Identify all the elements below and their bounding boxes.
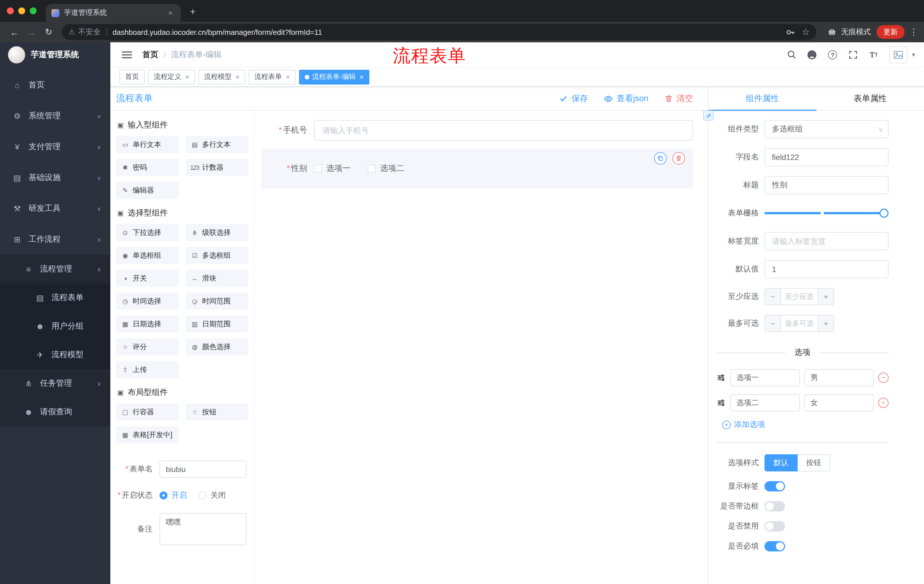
style-button-button[interactable]: 按钮	[798, 454, 830, 471]
palette-item-slider[interactable]: ↔滑块	[186, 270, 248, 287]
palette-item-single-text[interactable]: ▭单行文本	[116, 136, 179, 153]
style-default-button[interactable]: 默认	[764, 454, 798, 471]
checkbox-icon[interactable]	[368, 165, 376, 173]
max-select-input[interactable]	[781, 316, 818, 331]
option-value-input[interactable]	[804, 394, 874, 411]
sidebar-item-system[interactable]: ⚙ 系统管理 ∨	[0, 100, 111, 132]
palette-item-counter[interactable]: 123计数器	[186, 159, 248, 176]
sidebar-item-process-form[interactable]: ▤ 流程表单	[0, 283, 111, 312]
back-button[interactable]: ←	[6, 23, 23, 41]
add-option-button[interactable]: + 添加选项	[722, 419, 889, 430]
palette-item-cascader[interactable]: ⋔级联选择	[186, 224, 248, 241]
field-name-input[interactable]	[764, 148, 889, 166]
tab-form-props[interactable]: 表单属性	[816, 87, 924, 110]
url-text[interactable]: dashboard.yudao.iocoder.cn/bpm/manager/f…	[113, 28, 779, 36]
option-label-input[interactable]	[730, 394, 800, 411]
tag-home[interactable]: 首页	[119, 69, 145, 84]
show-label-toggle[interactable]	[764, 481, 785, 492]
palette-item-date-picker[interactable]: ▦日期选择	[116, 316, 179, 332]
user-avatar[interactable]	[889, 46, 908, 63]
palette-item-button[interactable]: ☝按钮	[186, 403, 248, 421]
window-zoom-button[interactable]	[30, 7, 36, 14]
palette-item-date-range[interactable]: ▥日期范围	[186, 316, 248, 332]
palette-item-checkbox-group[interactable]: ☑多选框组	[186, 247, 248, 264]
tag-process-definition[interactable]: 流程定义 ×	[148, 69, 195, 84]
fullscreen-icon[interactable]	[847, 48, 860, 61]
radio-open[interactable]: 开启	[160, 490, 187, 500]
decrement-button[interactable]: −	[765, 289, 781, 304]
remove-option-button[interactable]: −	[878, 373, 889, 383]
min-select-input[interactable]	[781, 289, 818, 304]
sidebar-item-payment[interactable]: ¥ 支付管理 ∨	[0, 132, 111, 162]
option-label-input[interactable]	[730, 369, 800, 386]
sidebar-item-leave-query[interactable]: ☻ 请假查询	[0, 398, 111, 426]
sidebar-item-workflow[interactable]: ⊞ 工作流程 ∧	[0, 224, 111, 255]
bookmark-star-icon[interactable]: ☆	[802, 27, 810, 37]
palette-item-editor[interactable]: ✎编辑器	[116, 182, 179, 199]
title-input[interactable]	[764, 176, 889, 194]
window-close-button[interactable]	[7, 7, 14, 14]
increment-button[interactable]: +	[818, 289, 834, 304]
remark-textarea[interactable]	[160, 513, 246, 545]
font-size-icon[interactable]: TT	[867, 48, 880, 61]
breadcrumb-home[interactable]: 首页	[142, 49, 158, 60]
reload-button[interactable]: ↻	[40, 23, 57, 41]
delete-component-button[interactable]	[672, 152, 685, 165]
update-button[interactable]: 更新	[876, 25, 904, 39]
save-button[interactable]: 保存	[559, 93, 588, 104]
sidebar-item-user-group[interactable]: ☻ 用户分组	[0, 312, 111, 341]
selected-component-gender[interactable]: *性别 选项一 选项二	[261, 148, 693, 189]
copy-component-button[interactable]	[654, 152, 667, 165]
default-value-input[interactable]	[764, 260, 889, 278]
component-type-select[interactable]: 多选框组 ∨	[764, 120, 889, 138]
help-icon[interactable]: ?	[826, 48, 839, 61]
avatar-caret-icon[interactable]: ▼	[911, 52, 916, 58]
palette-item-select[interactable]: ⊙下拉选择	[116, 224, 179, 241]
required-toggle[interactable]	[764, 541, 785, 551]
tab-close-icon[interactable]: ×	[166, 8, 175, 17]
tab-component-props[interactable]: 组件属性	[708, 87, 816, 110]
sidebar-item-home[interactable]: ⌂ 首页	[0, 70, 111, 100]
phone-input[interactable]	[314, 120, 693, 141]
clear-button[interactable]: 清空	[664, 93, 693, 104]
sidebar-item-infra[interactable]: ▤ 基础设施 ∨	[0, 162, 111, 193]
palette-item-row-container[interactable]: ▢行容器	[116, 403, 179, 421]
palette-item-textarea[interactable]: ▤多行文本	[186, 136, 248, 153]
window-minimize-button[interactable]	[18, 7, 25, 14]
border-toggle[interactable]	[764, 501, 785, 512]
github-icon[interactable]	[806, 48, 818, 61]
palette-item-password[interactable]: ✱密码	[116, 159, 179, 176]
palette-item-radio-group[interactable]: ◉单选框组	[116, 247, 179, 264]
palette-item-upload[interactable]: ⇧上传	[116, 361, 179, 378]
checkbox-option-2[interactable]: 选项二	[368, 163, 404, 174]
sidebar-item-devtools[interactable]: ⚒ 研发工具 ∨	[0, 193, 111, 224]
sidebar-toggle-icon[interactable]	[122, 51, 132, 58]
tag-process-form-edit[interactable]: 流程表单-编辑 ×	[299, 69, 370, 84]
remove-option-button[interactable]: −	[878, 398, 889, 408]
form-name-input[interactable]	[160, 461, 246, 478]
password-key-icon[interactable]	[785, 27, 795, 37]
new-tab-button[interactable]: +	[185, 5, 200, 20]
tag-process-model[interactable]: 流程模型 ×	[198, 69, 245, 84]
tag-close-icon[interactable]: ×	[360, 73, 364, 81]
view-json-button[interactable]: 查看json	[604, 93, 648, 104]
palette-item-color-picker[interactable]: ◍颜色选择	[186, 338, 248, 355]
address-bar[interactable]: ⚠ 不安全 dashboard.yudao.iocoder.cn/bpm/man…	[62, 24, 817, 40]
option-value-input[interactable]	[804, 369, 874, 386]
checkbox-icon[interactable]	[314, 165, 322, 173]
browser-tab[interactable]: 芋道管理系统 ×	[46, 4, 181, 22]
security-label[interactable]: 不安全	[78, 27, 101, 37]
palette-item-time-picker[interactable]: ◷时间选择	[116, 293, 179, 310]
sidebar-item-process-mgmt[interactable]: ≡ 流程管理 ∧	[0, 255, 111, 283]
phone-field-row[interactable]: *手机号	[261, 120, 693, 141]
drag-handle-icon[interactable]	[716, 373, 726, 382]
form-grid-slider[interactable]	[764, 204, 889, 222]
sidebar-item-task-mgmt[interactable]: ⋔ 任务管理 ∨	[0, 369, 111, 398]
decrement-button[interactable]: −	[765, 316, 781, 331]
palette-item-switch[interactable]: ◑开关	[116, 270, 179, 287]
palette-item-time-range[interactable]: ◶时间范围	[186, 293, 248, 310]
checkbox-option-1[interactable]: 选项一	[314, 163, 350, 174]
disabled-toggle[interactable]	[764, 521, 785, 531]
forward-button[interactable]: →	[23, 23, 40, 41]
search-icon[interactable]	[785, 48, 798, 61]
